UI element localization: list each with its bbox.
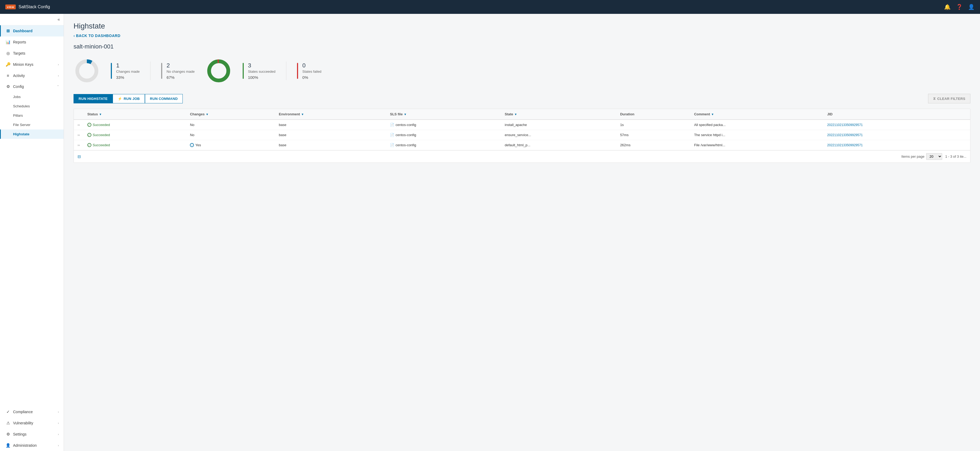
bell-icon[interactable]: 🔔 — [944, 4, 951, 10]
sidebar-item-vulnerability[interactable]: ⚠ Vulnerability › — [0, 418, 64, 429]
user-icon[interactable]: 👤 — [968, 4, 975, 10]
sidebar-item-dashboard[interactable]: ⊞ Dashboard — [0, 25, 64, 37]
sidebar: « ⊞ Dashboard 📊 Reports ◎ Targets 🔑 Mini… — [0, 14, 64, 451]
duration-cell: 262ms — [616, 140, 690, 150]
sidebar-item-label: Config — [13, 84, 24, 89]
success-dot-icon — [88, 133, 91, 137]
clear-filters-button[interactable]: ⧖ CLEAR FILTERs — [928, 94, 970, 104]
expand-button[interactable]: ›› — [78, 143, 80, 147]
jid-cell: 20221102133509929571 — [823, 120, 970, 130]
lightning-icon: ⚡ — [118, 97, 122, 101]
sidebar-item-administration[interactable]: 👤 Administration › — [0, 440, 64, 451]
stat-bar-gray — [161, 63, 162, 79]
main-content: Highstate ‹ BACK TO DASHBOARD salt-minio… — [64, 14, 980, 451]
sidebar-item-minion-keys[interactable]: 🔑 Minion Keys › — [0, 59, 64, 70]
chevron-left-icon: ‹ — [73, 33, 75, 38]
changes-pct: 33% — [116, 75, 140, 80]
changes-count: 1 — [116, 62, 140, 69]
status-filter-icon[interactable]: ▼ — [99, 113, 102, 116]
changes-cell: No — [186, 130, 275, 140]
stat-group-succeeded: 3 States succeeded 100% — [243, 62, 275, 80]
th-comment: Comment ▼ — [690, 109, 824, 120]
back-link[interactable]: ‹ BACK TO DASHBOARD — [73, 33, 970, 38]
comment-filter-icon[interactable]: ▼ — [711, 113, 714, 116]
sidebar-item-label: Compliance — [13, 410, 33, 414]
state-filter-icon[interactable]: ▼ — [514, 113, 517, 116]
sidebar-sub-item-jobs[interactable]: Jobs — [0, 92, 64, 102]
sidebar-sub-label: File Server — [13, 123, 30, 127]
column-toggle-button[interactable]: ⊟ — [78, 154, 81, 159]
sidebar-sub-item-file-server[interactable]: File Server — [0, 120, 64, 129]
sidebar-item-reports[interactable]: 📊 Reports — [0, 37, 64, 48]
succeeded-count: 3 — [248, 62, 275, 69]
sidebar-item-config[interactable]: ⚙ Config ˅ — [0, 81, 64, 92]
table-row: ›› Succeeded i Yes — [74, 140, 970, 150]
sls-filter-icon[interactable]: ▼ — [404, 113, 407, 116]
success-dot-icon — [88, 123, 91, 127]
sidebar-sub-item-pillars[interactable]: Pillars — [0, 111, 64, 120]
help-icon[interactable]: ❓ — [956, 4, 963, 10]
expand-button[interactable]: ›› — [78, 123, 80, 127]
jid-link[interactable]: 20221102133509929571 — [827, 143, 862, 147]
th-changes: Changes ▼ — [186, 109, 275, 120]
jid-link[interactable]: 20221102133509929571 — [827, 133, 862, 137]
sidebar-item-activity[interactable]: ≡ Activity › — [0, 70, 64, 81]
sidebar-item-label: Targets — [13, 51, 25, 56]
changes-filter-icon[interactable]: ▼ — [206, 113, 208, 116]
sidebar-sub-label: Jobs — [13, 95, 21, 99]
run-highstate-button[interactable]: RUN HIGHSTATE — [73, 94, 113, 104]
stat-bar-red — [297, 63, 298, 79]
stat-info-no-changes: 2 No changes made 67% — [167, 62, 195, 80]
page-info: 1 - 3 of 3 ite... — [945, 155, 967, 158]
sidebar-item-targets[interactable]: ◎ Targets — [0, 48, 64, 59]
sidebar-sub-item-schedules[interactable]: Schedules — [0, 102, 64, 111]
sls-label: centos-config — [396, 143, 416, 147]
changes-label: Changes made — [116, 70, 140, 73]
items-per-page-select[interactable]: 20 50 100 — [926, 153, 942, 160]
stat-info-succeeded: 3 States succeeded 100% — [248, 62, 275, 80]
layout: « ⊞ Dashboard 📊 Reports ◎ Targets 🔑 Mini… — [0, 14, 980, 451]
status-label: Succeeded — [93, 123, 110, 127]
clear-filters-label: CLEAR FILTERs — [937, 97, 966, 101]
run-job-button[interactable]: ⚡ RUN JOB — [113, 94, 145, 104]
collapse-button[interactable]: « — [57, 17, 60, 22]
th-status: Status ▼ — [84, 109, 186, 120]
chevron-right-icon: › — [58, 433, 59, 436]
chevron-right-icon: › — [58, 421, 59, 425]
expand-button[interactable]: ›› — [78, 133, 80, 137]
run-command-button[interactable]: RUN COMMAND — [145, 94, 183, 104]
status-success: Succeeded — [88, 133, 183, 137]
data-table: Status ▼ Changes ▼ Envir — [74, 109, 970, 150]
donut-chart-2 — [205, 57, 232, 84]
sidebar-item-compliance[interactable]: ✓ Compliance › — [0, 406, 64, 418]
donut-chart — [73, 57, 100, 84]
sidebar-item-settings[interactable]: ⚙ Settings › — [0, 429, 64, 440]
stat-group-no-changes: 2 No changes made 67% — [161, 62, 195, 80]
file-icon: 📄 — [390, 123, 394, 127]
sidebar-sub-label: Pillars — [13, 113, 23, 118]
stat-info-failed: 0 States failed 0% — [302, 62, 321, 80]
environment-filter-icon[interactable]: ▼ — [301, 113, 304, 116]
sls-label: centos-config — [396, 123, 416, 127]
back-label: BACK TO DASHBOARD — [76, 33, 120, 38]
chevron-right-icon: › — [58, 63, 59, 66]
footer-left: ⊟ — [78, 154, 81, 159]
jid-cell: 20221102133509929571 — [823, 140, 970, 150]
duration-cell: 1s — [616, 120, 690, 130]
no-changes-count: 2 — [167, 62, 195, 69]
changes-cell: i Yes — [186, 140, 275, 150]
succeeded-label: States succeeded — [248, 70, 275, 73]
jid-link[interactable]: 20221102133509929571 — [827, 123, 862, 127]
status-cell: Succeeded — [84, 140, 186, 150]
th-jid: JID — [823, 109, 970, 120]
sidebar-sub-label: Highstate — [13, 132, 30, 136]
config-icon: ⚙ — [6, 84, 10, 89]
sls-label: centos-config — [396, 133, 416, 137]
state-cell: install_apache — [501, 120, 616, 130]
status-label: Succeeded — [93, 133, 110, 137]
sidebar-sub-item-highstate[interactable]: Highstate — [0, 129, 64, 139]
failed-pct: 0% — [302, 75, 321, 80]
page-title: Highstate — [73, 22, 970, 30]
info-dot-icon: i — [190, 143, 194, 147]
items-per-page: Items per page 20 50 100 — [901, 153, 942, 160]
